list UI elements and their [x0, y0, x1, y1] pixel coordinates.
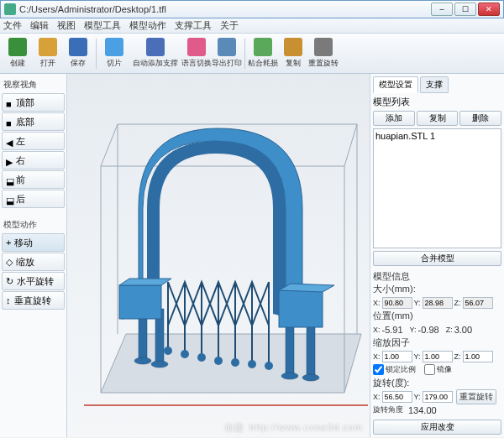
window-title: C:/Users/Administrator/Desktop/1.tfl — [19, 4, 431, 14]
view-button[interactable]: ⬓后 — [2, 190, 65, 208]
svg-point-10 — [164, 347, 172, 355]
scale-x[interactable] — [382, 351, 412, 362]
close-button[interactable]: ✕ — [478, 3, 500, 16]
apply-button[interactable]: 应用改变 — [373, 420, 501, 435]
menubar: 文件编辑视图模型工具模型动作支撑工具关于 — [0, 18, 504, 34]
action-icon: ↻ — [6, 276, 13, 287]
viewport-3d[interactable]: 创趣 http://www.cxsw3d.com — [67, 74, 370, 437]
view-icon: ▶ — [6, 157, 13, 164]
view-icon: ◀ — [6, 138, 13, 144]
tabs: 模型设置 支撑 — [373, 76, 501, 93]
view-button[interactable]: ■顶部 — [2, 93, 65, 112]
minimize-button[interactable]: – — [431, 3, 453, 16]
view-icon: ■ — [6, 99, 13, 106]
action-label: 移动 — [14, 237, 33, 249]
toolbar-icon — [39, 38, 57, 56]
action-header: 模型动作 — [2, 216, 65, 232]
rot-angle: 134.00 — [408, 405, 437, 415]
maximize-button[interactable]: ☐ — [454, 3, 476, 16]
svg-point-14 — [231, 358, 239, 367]
toolbar-icon — [105, 38, 123, 56]
toolbar-label: 打开 — [40, 58, 55, 69]
scale-y[interactable] — [423, 351, 453, 362]
toolbar-label: 导出打印 — [212, 58, 242, 69]
view-icon: ■ — [6, 118, 13, 125]
svg-point-9 — [302, 374, 319, 381]
svg-point-12 — [197, 353, 206, 362]
view-icon: ⬓ — [6, 176, 13, 183]
copy-button[interactable]: 复制 — [417, 111, 459, 126]
toolbar-label: 粘合耗损 — [248, 58, 278, 69]
menu-item[interactable]: 关于 — [220, 19, 239, 32]
pos-label: 位置(mm) — [373, 310, 501, 322]
toolbar-button[interactable]: 保存 — [64, 36, 92, 71]
action-button[interactable]: ◇缩放 — [2, 253, 65, 271]
merge-button[interactable]: 合并模型 — [373, 251, 501, 266]
model-list[interactable]: huapian.STL 1 — [373, 128, 501, 248]
toolbar-button[interactable]: 打开 — [34, 36, 62, 71]
view-button[interactable]: ⬓前 — [2, 170, 65, 189]
toolbar: 创建打开保存切片自动添加支撑语言切换导出打印粘合耗损复制重置旋转 — [0, 34, 504, 74]
action-label: 缩放 — [16, 256, 34, 269]
toolbar-button[interactable]: 复制 — [279, 36, 307, 71]
toolbar-button[interactable]: 创建 — [3, 36, 32, 71]
view-icon: ⬓ — [6, 196, 13, 202]
action-label: 垂直旋转 — [14, 295, 51, 307]
view-label: 前 — [16, 174, 25, 186]
toolbar-icon — [218, 38, 236, 56]
toolbar-button[interactable]: 导出打印 — [213, 36, 241, 71]
menu-item[interactable]: 文件 — [3, 19, 22, 32]
view-label: 底部 — [16, 116, 34, 128]
toolbar-button[interactable]: 重置旋转 — [309, 36, 338, 71]
view-button[interactable]: ◀左 — [2, 132, 65, 150]
menu-item[interactable]: 编辑 — [30, 19, 49, 32]
toolbar-icon — [69, 38, 87, 56]
toolbar-icon — [314, 38, 333, 56]
toolbar-label: 重置旋转 — [308, 58, 339, 69]
size-label: 大小(mm): — [373, 283, 501, 295]
svg-point-15 — [248, 360, 256, 368]
pos-z: 3.00 — [454, 325, 472, 335]
tab-model-settings[interactable]: 模型设置 — [373, 76, 418, 93]
toolbar-icon — [8, 38, 27, 56]
pos-x: -5.91 — [382, 325, 403, 335]
watermark: 创趣 http://www.cxsw3d.com — [224, 419, 363, 434]
menu-item[interactable]: 模型动作 — [129, 19, 166, 32]
pos-y: -0.98 — [418, 325, 439, 335]
toolbar-separator — [96, 39, 97, 69]
toolbar-button[interactable]: 语言切换 — [182, 36, 211, 71]
scale-z[interactable] — [463, 351, 493, 362]
svg-marker-19 — [119, 279, 171, 285]
scene-render — [67, 74, 370, 437]
view-label: 后 — [16, 193, 25, 206]
add-button[interactable]: 添加 — [373, 111, 415, 126]
view-button[interactable]: ▶右 — [2, 151, 65, 169]
reset-rotation-button[interactable]: 重置旋转 — [456, 389, 496, 404]
lock-ratio-checkbox[interactable] — [373, 364, 384, 375]
toolbar-button[interactable]: 切片 — [100, 36, 129, 71]
action-button[interactable]: ↻水平旋转 — [2, 272, 65, 290]
delete-button[interactable]: 删除 — [459, 111, 501, 126]
mirror-label: 镜像 — [437, 364, 452, 375]
rot-x[interactable] — [382, 391, 412, 403]
menu-item[interactable]: 支撑工具 — [175, 19, 212, 32]
action-icon: ◇ — [6, 257, 13, 268]
menu-item[interactable]: 模型工具 — [84, 19, 121, 32]
view-button[interactable]: ■底部 — [2, 112, 65, 131]
svg-point-3 — [134, 357, 151, 364]
app-icon — [4, 3, 16, 15]
tab-supports[interactable]: 支撑 — [420, 76, 449, 93]
toolbar-button[interactable]: 粘合耗损 — [249, 36, 277, 71]
action-button[interactable]: +移动 — [2, 233, 65, 252]
mirror-checkbox[interactable] — [424, 364, 435, 375]
toolbar-button[interactable]: 自动添加支撑 — [130, 36, 181, 71]
list-item[interactable]: huapian.STL 1 — [375, 131, 499, 141]
rot-angle-label: 旋转角度 — [373, 404, 403, 415]
menu-item[interactable]: 视图 — [57, 19, 76, 32]
rot-y[interactable] — [423, 391, 453, 403]
svg-point-5 — [151, 361, 168, 368]
svg-point-7 — [281, 373, 298, 379]
action-button[interactable]: ↕垂直旋转 — [2, 291, 65, 310]
toolbar-icon — [254, 38, 272, 56]
view-label: 右 — [16, 154, 25, 167]
